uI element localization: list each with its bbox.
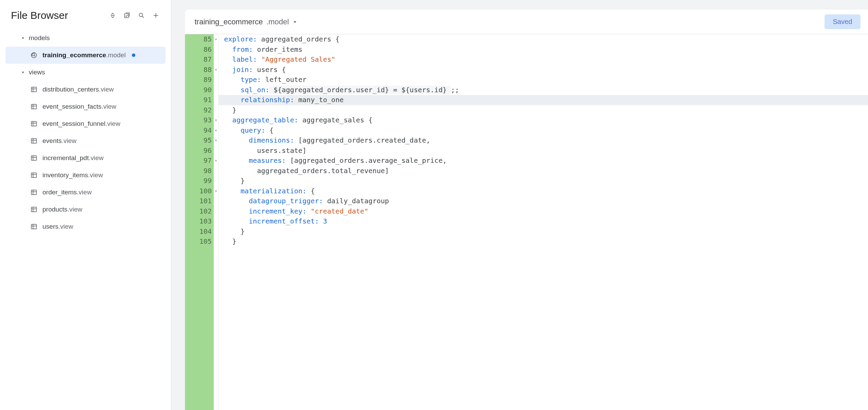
file-label: products.view [42,206,82,213]
file-event_session_facts-view[interactable]: event_session_facts.view [5,98,165,115]
file-browser-header: File Browser [0,10,171,28]
editor-panel: training_ecommerce.model Saved 858687888… [171,0,868,410]
svg-rect-34 [32,224,37,229]
view-icon [30,223,38,230]
svg-rect-25 [32,173,37,177]
svg-marker-8 [32,53,35,56]
diff-gutter [185,34,190,410]
editor-tabbar: training_ecommerce.model Saved [185,10,868,34]
svg-rect-13 [32,104,37,109]
view-icon [30,86,38,93]
model-icon [30,51,38,59]
search-icon[interactable] [137,11,146,20]
file-order_items-view[interactable]: order_items.view [5,184,165,201]
file-label: event_session_facts.view [42,103,116,110]
svg-rect-19 [32,138,37,143]
editor-card: training_ecommerce.model Saved 858687888… [185,10,868,410]
svg-rect-28 [32,190,37,194]
file-tree: models training_ecommerce.model views di… [0,28,171,235]
line-number-gutter: 8586878889909192939495969798991001011021… [190,34,214,410]
svg-rect-1 [125,14,129,18]
svg-marker-6 [22,37,24,39]
bulk-select-icon[interactable] [123,11,131,20]
svg-line-3 [142,16,144,18]
save-status-badge: Saved [824,14,860,29]
svg-rect-16 [32,121,37,126]
file-label: events.view [42,137,76,145]
folder-models[interactable]: models [5,29,165,47]
collapse-icon[interactable] [109,11,117,20]
view-icon [30,189,38,196]
views-list: distribution_centers.view event_session_… [5,81,165,235]
file-label: incremental_pdt.view [42,154,104,162]
view-icon [30,206,38,213]
file-distribution_centers-view[interactable]: distribution_centers.view [5,81,165,98]
file-training-ecommerce-model[interactable]: training_ecommerce.model [5,47,165,64]
svg-marker-9 [22,72,24,73]
svg-rect-31 [32,207,37,212]
editor-tab[interactable]: training_ecommerce.model [195,17,298,26]
file-users-view[interactable]: users.view [5,218,165,235]
view-icon [30,120,38,128]
folder-views[interactable]: views [5,64,165,81]
file-browser-panel: File Browser [0,0,171,410]
file-browser-actions [109,11,160,20]
file-label: event_session_funnel.view [42,120,120,128]
file-products-view[interactable]: products.view [5,201,165,218]
code-editor[interactable]: 8586878889909192939495969798991001011021… [185,34,868,410]
file-label: distribution_centers.view [42,86,114,93]
svg-rect-22 [32,156,37,160]
svg-marker-37 [294,21,296,23]
modified-dot-icon [132,53,135,57]
chevron-down-icon [19,69,27,76]
file-label: order_items.view [42,189,92,196]
file-label: users.view [42,223,73,230]
file-label: training_ecommerce.model [42,51,126,59]
code-content[interactable]: explore: aggregated_orders { from: order… [219,34,868,410]
file-event_session_funnel-view[interactable]: event_session_funnel.view [5,115,165,132]
file-incremental_pdt-view[interactable]: incremental_pdt.view [5,149,165,167]
file-label: inventory_items.view [42,171,103,179]
fold-gutter[interactable]: ▾▾▾▾▾▾▾ [214,34,219,410]
file-inventory_items-view[interactable]: inventory_items.view [5,167,165,184]
view-icon [30,171,38,179]
file-browser-title: File Browser [11,10,109,21]
svg-rect-10 [32,87,37,92]
add-icon[interactable] [152,11,160,20]
chevron-down-icon [19,34,27,42]
view-icon [30,103,38,110]
chevron-down-icon[interactable] [292,19,298,25]
view-icon [30,137,38,145]
svg-point-2 [139,13,142,16]
view-icon [30,154,38,162]
file-events-view[interactable]: events.view [5,132,165,149]
